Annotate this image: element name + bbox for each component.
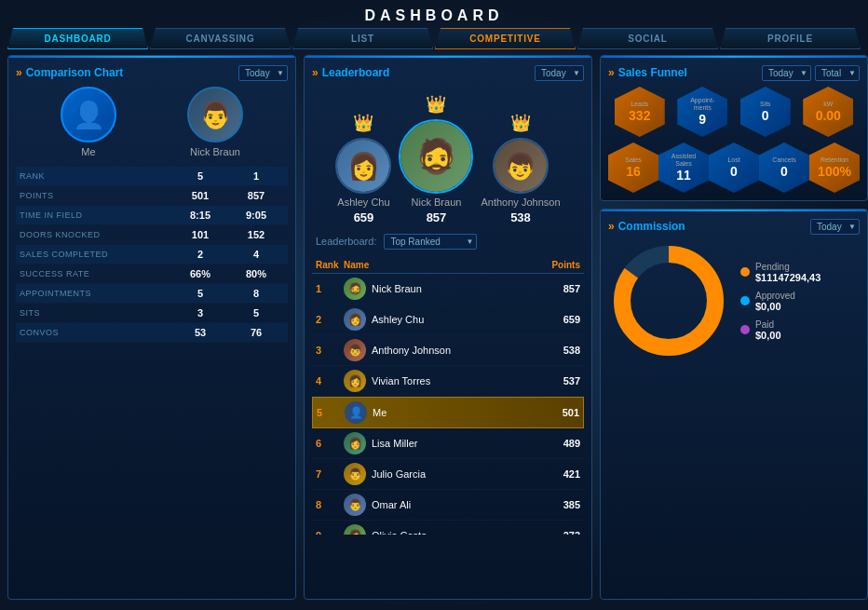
leaderboard-filter-wrapper[interactable]: Today (535, 63, 584, 81)
stat-row-rank: RANK 5 1 (16, 167, 288, 186)
stat-row-sits: SITS 3 5 (16, 304, 288, 323)
stat-val-points-me: 501 (172, 190, 228, 201)
podium-avatar-2nd: 👩 (335, 138, 391, 194)
stat-val-sits-me: 3 (172, 307, 228, 319)
funnel-label-retention: Retention (821, 156, 848, 164)
lb-col-name: Name (344, 260, 515, 270)
funnel-filter2-select[interactable]: Total (815, 65, 860, 81)
lb-filter-label: Leaderboard: (316, 236, 376, 247)
funnel-cell-cancels: Cancels 0 (759, 142, 809, 193)
lb-type-filter-select[interactable]: Top Ranked (384, 234, 477, 250)
lb-row-7: 7 👨 Julio Garcia 421 (312, 459, 584, 490)
comparison-header: Comparison Chart Today (16, 63, 288, 81)
funnel-filter1-select[interactable]: Today (762, 65, 811, 81)
funnel-cell-lost: Lost 0 (709, 142, 759, 193)
lb-row-3: 3 👦 Anthony Johnson 538 (312, 335, 584, 366)
crown-bronze: 👑 (510, 113, 531, 133)
lb-row-2: 2 👩 Ashley Chu 659 (312, 305, 584, 335)
lb-avatar-2: 👩 (344, 308, 366, 331)
funnel-val-appts: 9 (698, 112, 706, 127)
stat-val-doors-me: 101 (172, 229, 228, 240)
stat-val-time-opp: 9:05 (228, 210, 284, 221)
lb-name-4: Vivian Torres (372, 375, 430, 386)
lb-scroll-container[interactable]: 1 🧔 Nick Braun 857 2 👩 Ashley Chu (312, 274, 584, 535)
lb-avatar-5: 👤 (345, 401, 367, 424)
funnel-val-leads: 332 (629, 108, 650, 123)
nav-tabs-row: DASHBOARD CANVASSING LIST COMPETITIVE SO… (7, 28, 861, 49)
tab-list[interactable]: LIST (292, 28, 433, 49)
lb-row-5: 5 👤 Me 501 (312, 397, 584, 428)
funnel-val-sales: 16 (626, 164, 641, 179)
stat-table: RANK 5 1 POINTS 501 857 TIME IN FIELD 8:… (16, 167, 288, 343)
podium-name-3rd: Anthony Johnson (481, 197, 560, 208)
tab-competitive[interactable]: COMPETITIVE (435, 28, 576, 49)
lb-name-cell-5: 👤 Me (345, 401, 514, 424)
lb-points-8: 385 (515, 499, 580, 510)
legend-paid: Paid $0,00 (740, 319, 821, 341)
funnel-filter2-wrapper[interactable]: Total (815, 63, 860, 81)
main-content: Comparison Chart Today 👤 Me 👨 (7, 55, 861, 600)
funnel-cell-retention: Retention 100% (809, 142, 860, 193)
lb-points-9: 273 (515, 530, 580, 535)
leaderboard-panel: Leaderboard Today 👑 👩 Ashley Chu 659 (304, 55, 592, 600)
opponent-avatar: 👨 (187, 87, 243, 142)
tab-profile[interactable]: PROFILE (720, 28, 861, 49)
tab-canvassing[interactable]: CANVASSING (150, 28, 291, 49)
lb-name-cell-7: 👨 Julio Garcia (344, 463, 515, 485)
app-wrapper: DASHBOARD DASHBOARD CANVASSING LIST COMP… (0, 0, 868, 610)
lb-col-points: Points (515, 260, 580, 270)
comparison-filter-select[interactable]: Today (238, 65, 288, 81)
stat-label-rank: RANK (20, 170, 172, 182)
stat-label-time: TIME IN FIELD (20, 210, 172, 221)
stat-val-rank-me: 5 (172, 170, 228, 182)
lb-name-cell-3: 👦 Anthony Johnson (344, 339, 515, 361)
leaderboard-filter-select[interactable]: Today (535, 65, 584, 81)
podium-3rd: 👑 👦 Anthony Johnson 538 (481, 113, 560, 224)
commission-filter-select[interactable]: Today (810, 219, 860, 235)
lb-name-1: Nick Braun (372, 283, 422, 294)
lb-rank-7: 7 (316, 468, 344, 480)
tab-social[interactable]: SOCIAL (577, 28, 718, 49)
funnel-val-sits: 0 (762, 108, 769, 123)
funnel-filter1-wrapper[interactable]: Today (762, 63, 811, 81)
lb-filter-row: Leaderboard: Top Ranked (312, 232, 584, 250)
commission-filter-wrapper[interactable]: Today (810, 217, 860, 235)
lb-rank-4: 4 (316, 375, 344, 386)
funnel-title: Sales Funnel (608, 66, 687, 79)
tab-dashboard[interactable]: DASHBOARD (7, 28, 148, 49)
opponent-name: Nick Braun (190, 146, 240, 157)
comparison-filter-wrapper[interactable]: Today (238, 63, 288, 81)
lb-name-cell-4: 👩 Vivian Torres (344, 370, 515, 392)
funnel-cell-leads: Leads 332 (615, 87, 665, 137)
funnel-cell-appts: Appoint-ments 9 (677, 87, 727, 137)
podium-avatar-1st: 🧔 (399, 119, 473, 194)
stat-label-success: SUCCESS RATE (20, 268, 172, 279)
commission-header: Commission Today (608, 217, 860, 235)
stat-val-time-me: 8:15 (172, 210, 228, 221)
stat-val-appts-me: 5 (172, 288, 228, 299)
crown-gold: 👑 (426, 94, 446, 115)
funnel-label-sits: Sits (760, 101, 771, 108)
me-icon: 👤 (73, 100, 105, 130)
lb-rank-3: 3 (316, 345, 344, 356)
funnel-label-kw: kW (823, 101, 833, 108)
lb-name-cell-6: 👩 Lisa Miller (344, 432, 515, 454)
stat-val-sits-opp: 5 (228, 307, 284, 319)
lb-row-9: 9 👩 Olivia Costa 273 (312, 521, 584, 535)
funnel-cell-kw: kW 0.00 (803, 87, 853, 137)
lb-avatar-7: 👨 (344, 463, 366, 485)
lb-rank-5: 5 (317, 407, 345, 418)
lb-name-5: Me (373, 407, 387, 418)
paid-label: Paid (755, 319, 781, 330)
funnel-cell-sits: Sits 0 (740, 87, 791, 137)
lb-type-filter-wrapper[interactable]: Top Ranked (384, 232, 477, 250)
comparison-title: Comparison Chart (16, 66, 123, 79)
lb-points-5: 501 (514, 407, 579, 418)
lb-avatar-6: 👩 (344, 432, 366, 454)
funnel-label-sales-val: Sales (625, 156, 642, 164)
pending-dot (740, 267, 750, 277)
stat-val-rank-opp: 1 (228, 170, 284, 182)
lb-name-cell-2: 👩 Ashley Chu (344, 308, 515, 331)
leaderboard-table: Rank Name Points 1 🧔 Nick Braun 857 2 (312, 257, 584, 535)
right-column: Sales Funnel Today Total (600, 55, 868, 600)
